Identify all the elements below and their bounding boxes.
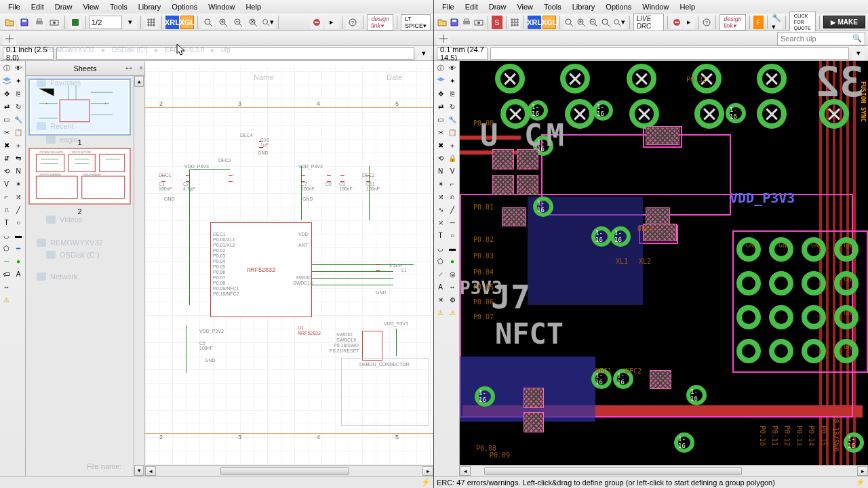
menu-edit[interactable]: Edit [460,2,484,12]
ripup-tool-icon[interactable]: ⤫ [435,217,446,228]
cut-tool-icon[interactable]: ✂ [435,127,446,138]
arc-tool-icon[interactable]: ◡ [1,230,12,241]
text-tool-icon[interactable]: T [1,217,12,228]
quote-button[interactable]: CLICK FOR QUOTE [789,12,816,33]
junction-tool-icon[interactable]: ● [13,256,24,267]
board-canvas[interactable]: {"rows":4,"cols":4} 1-16 1-16 1-16 [460,61,868,465]
arc-tool-icon[interactable]: ◡ [435,243,446,254]
replace-tool-icon[interactable]: ⟲ [1,165,12,177]
search-ulp[interactable]: 🔍 [777,32,865,45]
sheet-thumb-2[interactable]: VOLTAGE REGULATOR STATUS BUTTONS USB PRO… [28,148,131,205]
rotate-tool-icon[interactable]: ↻ [13,101,24,113]
copy-tool-icon[interactable]: ⎘ [447,88,458,100]
group-tool-icon[interactable]: ▭ [1,114,12,125]
make-button[interactable]: MAKE [823,16,865,28]
schematic-hscroll[interactable]: ◂ ▸ [145,465,433,476]
smash-tool-icon[interactable]: ✴ [435,178,446,190]
circle-tool-icon[interactable]: ○ [447,230,458,241]
change-tool-icon[interactable]: 🔧 [13,114,24,125]
menu-help[interactable]: Help [240,2,267,12]
show-tool-icon[interactable]: 👁 [447,62,458,74]
optimize-tool-icon[interactable]: ⎌ [447,191,458,203]
sheet-thumb-1[interactable] [28,79,131,136]
sheets-scrollbar[interactable]: ▴▾ [134,76,144,476]
name-tool-icon[interactable]: N [435,165,446,177]
drc-tool-icon[interactable]: ⚠ [447,307,458,319]
cam-icon[interactable] [473,16,484,29]
value-tool-icon[interactable]: V [447,165,458,177]
zoom-in-icon[interactable] [216,16,230,29]
ratsnest-tool-icon[interactable]: ✳ [435,294,446,306]
mark-tool-icon[interactable]: ✦ [447,75,458,87]
sheets-close-icon[interactable]: × [139,64,143,72]
zoom-out-icon[interactable] [588,16,599,29]
menu-help[interactable]: Help [674,2,701,12]
delete-tool-icon[interactable]: ✖ [435,140,446,151]
help-icon[interactable]: ? [346,16,359,29]
split-tool-icon[interactable]: ⤮ [13,191,24,203]
zoom-redraw-icon[interactable] [600,16,611,29]
zoom-redraw-icon[interactable] [246,16,260,29]
erc-tool-icon[interactable]: ⚠ [1,294,12,306]
layers-tool-icon[interactable] [435,75,446,87]
add-tool-icon[interactable]: ＋ [13,140,24,151]
board-icon[interactable] [68,16,82,29]
miter-tool-icon[interactable]: ⌐ [447,178,458,190]
label-tool-icon[interactable]: 🏷 [1,268,12,280]
value-tool-icon[interactable]: V [1,178,12,190]
print-icon[interactable] [461,16,472,29]
menu-view[interactable]: View [77,2,104,12]
menu-edit[interactable]: Edit [26,2,50,12]
paste-tool-icon[interactable]: 📋 [447,127,458,138]
menu-window[interactable]: Window [637,2,674,12]
polygon-tool-icon[interactable]: ⬠ [1,243,12,254]
designlink-button[interactable]: designlink▾ [367,14,393,30]
menu-options[interactable]: Options [166,2,203,12]
move-tool-icon[interactable]: ✥ [435,88,446,100]
zoom-fit-icon[interactable] [201,16,215,29]
schematic-canvas[interactable]: 2 3 4 5 2 3 4 5 Name Date nRF52832 U1 NR… [145,61,433,465]
replace-tool-icon[interactable]: ⟲ [435,152,446,164]
dimension-tool-icon[interactable]: ↔ [447,281,458,293]
pinswap-tool-icon[interactable]: ⇵ [1,152,12,164]
open-icon[interactable] [437,16,448,29]
print-icon[interactable] [33,16,46,29]
designlink-button[interactable]: designlink▾ [719,14,746,30]
help-icon[interactable]: ? [701,16,712,29]
rotate-tool-icon[interactable]: ↻ [447,101,458,113]
stop-icon[interactable] [671,16,682,29]
menu-view[interactable]: View [511,2,538,12]
rect-tool-icon[interactable]: ▬ [447,243,458,254]
menu-library[interactable]: Library [133,2,167,12]
dimension-tool-icon[interactable]: ↔ [1,281,12,293]
smash-tool-icon[interactable]: ✴ [13,178,24,190]
fusion-sync-icon[interactable]: F [753,16,764,29]
layer-blue-icon[interactable]: XRL [165,16,179,29]
wire-tool-icon[interactable]: ─ [447,217,458,228]
menu-window[interactable]: Window [203,2,240,12]
invoke-tool-icon[interactable]: ⎍ [1,204,12,216]
layers-tool-icon[interactable] [1,75,12,87]
name-tool-icon[interactable]: N [13,165,24,177]
cut-tool-icon[interactable]: ✂ [1,127,12,138]
search-ulp-input[interactable] [781,35,852,43]
board-hscroll[interactable]: ◂ ▸ [460,465,868,476]
menu-file[interactable]: File [437,2,460,12]
menu-tools[interactable]: Tools [104,2,133,12]
coord-dropdown-icon[interactable]: ▾ [417,47,431,60]
erc-tool-icon[interactable]: ⚠ [435,307,446,319]
delete-tool-icon[interactable]: ✖ [1,140,12,151]
circle-tool-icon[interactable]: ○ [13,217,24,228]
via-tool-icon[interactable]: ● [447,256,458,267]
coord-dropdown-icon[interactable]: ▾ [852,47,865,60]
change-tool-icon[interactable]: 🔧 [447,114,458,125]
split-tool-icon[interactable]: ⤮ [435,191,446,203]
move-tool-icon[interactable]: ✥ [1,88,12,100]
zoom-select-icon[interactable]: ▾ [261,16,275,29]
menu-tools[interactable]: Tools [538,2,567,12]
menu-options[interactable]: Options [600,2,637,12]
go-icon[interactable]: ▸ [325,16,338,29]
go-icon[interactable]: ▸ [684,16,694,29]
hole-tool-icon[interactable]: ◎ [447,268,458,280]
signal-tool-icon[interactable]: ⟋ [435,268,446,280]
